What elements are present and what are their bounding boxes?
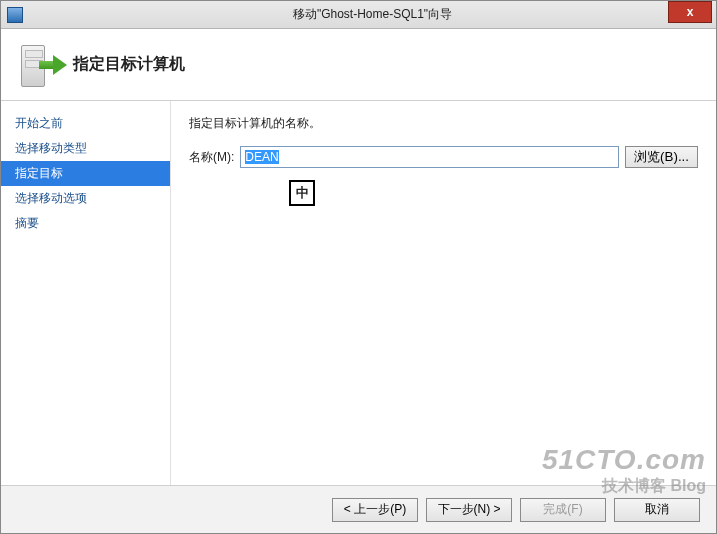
ime-indicator[interactable]: 中 (289, 180, 315, 206)
target-name-input[interactable]: DEAN (240, 146, 619, 168)
page-title: 指定目标计算机 (73, 54, 185, 75)
wizard-main-panel: 指定目标计算机的名称。 名称(M): DEAN 浏览(B)... 中 (171, 101, 716, 485)
server-move-icon (17, 41, 65, 89)
close-icon: x (687, 5, 694, 19)
step-summary[interactable]: 摘要 (1, 211, 170, 236)
browse-button[interactable]: 浏览(B)... (625, 146, 698, 168)
wizard-body: 开始之前 选择移动类型 指定目标 选择移动选项 摘要 指定目标计算机的名称。 名… (1, 101, 716, 485)
cancel-button[interactable]: 取消 (614, 498, 700, 522)
name-row: 名称(M): DEAN 浏览(B)... (189, 146, 698, 168)
close-button[interactable]: x (668, 1, 712, 23)
name-label: 名称(M): (189, 149, 234, 166)
window-title: 移动"Ghost-Home-SQL1"向导 (29, 6, 716, 23)
step-select-move-options[interactable]: 选择移动选项 (1, 186, 170, 211)
step-specify-target[interactable]: 指定目标 (1, 161, 170, 186)
wizard-steps-sidebar: 开始之前 选择移动类型 指定目标 选择移动选项 摘要 (1, 101, 171, 485)
wizard-footer: < 上一步(P) 下一步(N) > 完成(F) 取消 (1, 485, 716, 533)
step-select-move-type[interactable]: 选择移动类型 (1, 136, 170, 161)
finish-button: 完成(F) (520, 498, 606, 522)
instruction-text: 指定目标计算机的名称。 (189, 115, 698, 132)
app-icon (7, 7, 23, 23)
step-before-begin[interactable]: 开始之前 (1, 111, 170, 136)
next-button[interactable]: 下一步(N) > (426, 498, 512, 522)
target-name-value: DEAN (245, 150, 278, 164)
previous-button[interactable]: < 上一步(P) (332, 498, 418, 522)
titlebar: 移动"Ghost-Home-SQL1"向导 x (1, 1, 716, 29)
wizard-header: 指定目标计算机 (1, 29, 716, 101)
wizard-window: 移动"Ghost-Home-SQL1"向导 x 指定目标计算机 开始之前 选择移… (0, 0, 717, 534)
